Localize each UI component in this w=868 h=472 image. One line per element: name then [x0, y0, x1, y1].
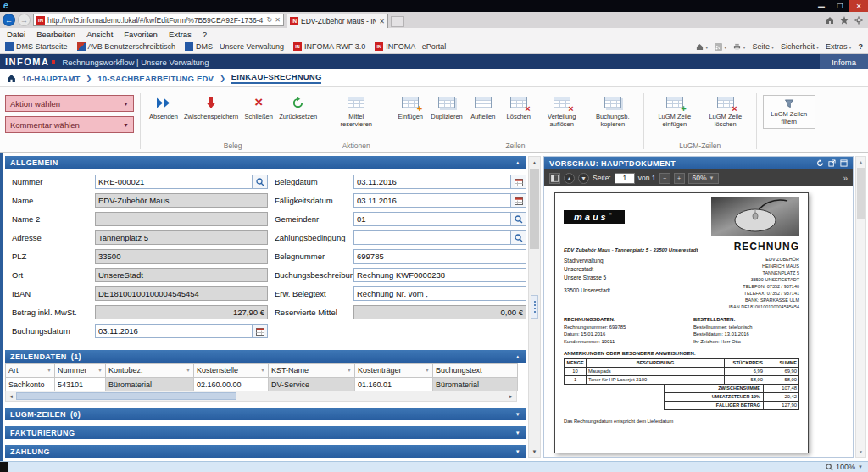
favorites-star-icon[interactable]: [840, 16, 849, 25]
address-bar[interactable]: IN http://rwf3.infomademo.lokal/#/kwfEdi…: [33, 14, 284, 26]
refresh-icon[interactable]: [816, 159, 824, 167]
calendar-button[interactable]: [511, 175, 526, 189]
zoom-in-button[interactable]: +: [674, 173, 685, 184]
menu-datei[interactable]: Datei: [7, 30, 25, 39]
scroll-down-icon[interactable]: ▼: [529, 446, 540, 457]
lookup-button[interactable]: [253, 175, 268, 189]
belegdatum-input[interactable]: [353, 175, 511, 189]
column-kontobez[interactable]: Kontobez.▼: [106, 364, 194, 378]
maximize-panel-icon[interactable]: [840, 159, 848, 167]
forward-button[interactable]: →: [18, 14, 31, 26]
pdf-viewport[interactable]: maus® EDV Zubehör Maus - Tannenplatz 5 -…: [544, 186, 853, 457]
more-tools-icon[interactable]: »: [843, 174, 848, 183]
gemeindenr-input[interactable]: [353, 212, 511, 226]
buchungsdatum-input[interactable]: [95, 324, 253, 338]
tab-close-icon[interactable]: ✕: [379, 18, 385, 25]
menu-favoriten[interactable]: Favoriten: [124, 30, 158, 39]
help-command[interactable]: ?: [859, 42, 864, 51]
zahlungsbedingung-input[interactable]: [353, 230, 511, 245]
buchungsb-kopieren-button[interactable]: Buchungsb. kopieren: [588, 91, 637, 128]
new-tab-button[interactable]: [391, 16, 404, 27]
scrollbar-thumb[interactable]: [530, 169, 539, 249]
lookup-button[interactable]: [511, 212, 526, 226]
collapse-down-icon[interactable]: ▼: [515, 412, 520, 417]
collapse-up-icon[interactable]: ▲: [515, 160, 520, 165]
einfuegen-button[interactable]: + Einfügen: [393, 91, 427, 120]
print-command[interactable]: ▾: [733, 43, 745, 51]
zoom-level[interactable]: 100%: [836, 463, 855, 471]
close-button[interactable]: ✕: [849, 0, 868, 12]
collapse-up-icon[interactable]: ▲: [515, 354, 520, 359]
breadcrumb-home-icon[interactable]: [7, 74, 16, 83]
horizontal-scrollbar[interactable]: ◄ ►: [5, 391, 517, 402]
browser-tab[interactable]: IN EDV-Zubehör Maus - INFO... ✕: [287, 14, 388, 28]
page-command[interactable]: Seite▾: [752, 42, 774, 51]
favorite-dms-verwaltung[interactable]: DMS - Unsere Verwaltung: [185, 42, 284, 51]
account-button[interactable]: Infoma: [820, 54, 868, 69]
duplizieren-button[interactable]: Duplizieren: [429, 91, 465, 120]
minimize-button[interactable]: ▬: [812, 0, 831, 12]
cell-nummer[interactable]: 543101: [55, 378, 106, 391]
section-header-zeilendaten[interactable]: ZEILENDATEN (1) ▲: [5, 350, 526, 363]
scrollbar-thumb[interactable]: [857, 168, 865, 219]
calendar-button[interactable]: [511, 193, 526, 208]
scroll-up-icon[interactable]: ▲: [529, 157, 540, 168]
feeds-command[interactable]: ▾: [715, 43, 726, 51]
aktion-select[interactable]: Aktion wählen▼: [5, 95, 134, 112]
column-nummer[interactable]: Nummer▼: [55, 364, 106, 378]
page-down-button[interactable]: ▼: [578, 173, 589, 184]
refresh-icon[interactable]: ↻: [267, 16, 273, 24]
column-buchungstext[interactable]: Buchungstext: [433, 364, 518, 378]
section-header-lugm[interactable]: LUGM-ZEILEN (0) ▼: [5, 408, 526, 420]
zwischenspeichern-button[interactable]: Zwischenspeichern: [182, 91, 240, 120]
kommentar-select[interactable]: Kommentar wählen▼: [5, 116, 134, 133]
maximize-button[interactable]: ❐: [831, 0, 849, 12]
zuruecksetzen-button[interactable]: Zurücksetzen: [277, 91, 319, 120]
section-header-zahlung[interactable]: ZAHLUNG ▼: [5, 445, 526, 458]
gear-icon[interactable]: [854, 16, 863, 25]
favorite-infoma-eportal[interactable]: ININFOMA - ePortal: [375, 42, 446, 51]
zoom-magnifier-icon[interactable]: [826, 464, 833, 471]
scroll-left-icon[interactable]: ◄: [6, 391, 16, 401]
scroll-right-icon[interactable]: ►: [506, 391, 516, 401]
belegnummer-input[interactable]: [353, 249, 526, 264]
scrollbar-thumb[interactable]: [16, 392, 236, 400]
loeschen-button[interactable]: × Löschen: [502, 91, 536, 120]
column-kostenstelle[interactable]: Kostenstelle▼: [194, 364, 269, 378]
schliessen-button[interactable]: × Schließen: [242, 91, 275, 120]
lugm-loeschen-button[interactable]: × LuGM Zeile löschen: [701, 91, 750, 128]
zoom-select[interactable]: 60%▼: [688, 173, 719, 184]
erw-belegtext-input[interactable]: [353, 286, 526, 301]
favorite-infoma-rwf[interactable]: ININFOMA RWF 3.0: [293, 42, 365, 51]
menu-hilfe[interactable]: ?: [203, 30, 207, 39]
page-number-input[interactable]: [615, 173, 635, 184]
cell-kostenstelle[interactable]: 02.160.00.00: [194, 378, 269, 391]
mittel-reservieren-button[interactable]: Mittel reservieren: [331, 91, 381, 128]
cell-art[interactable]: Sachkonto: [6, 378, 55, 391]
favorite-avb[interactable]: AVB Benutzerschreibtisch: [77, 42, 175, 51]
page-up-button[interactable]: ▲: [564, 173, 575, 184]
breadcrumb-item-sachbearbeitung[interactable]: 10-SACHBEARBEITUNG EDV: [97, 74, 214, 83]
section-header-fakturierung[interactable]: FAKTURIERUNG ▼: [5, 426, 526, 439]
popout-icon[interactable]: [828, 159, 836, 167]
scroll-up-icon[interactable]: ▲: [856, 157, 865, 167]
collapse-down-icon[interactable]: ▼: [515, 430, 520, 436]
preview-header[interactable]: VORSCHAU: HAUPTDOKUMENT: [544, 157, 853, 169]
column-kst-name[interactable]: KST-Name▼: [269, 364, 355, 378]
lugm-einfuegen-button[interactable]: + LuGM Zeile einfügen: [650, 91, 699, 128]
nummer-input[interactable]: [95, 175, 253, 189]
home-icon[interactable]: [826, 16, 834, 25]
faelligkeitsdatum-input[interactable]: [353, 193, 511, 208]
calendar-button[interactable]: [253, 324, 268, 338]
verteilung-aufloesen-button[interactable]: × Verteilung auflösen: [537, 91, 587, 128]
thumbnails-panel-icon[interactable]: [549, 173, 560, 184]
favorite-dms-startseite[interactable]: DMS Startseite: [5, 42, 68, 51]
breadcrumb-item-einkaufsrechnung[interactable]: EINKAUFSRECHNUNG: [231, 72, 322, 84]
absenden-button[interactable]: Absenden: [147, 91, 181, 120]
table-row[interactable]: Sachkonto 543101 Büromaterial 02.160.00.…: [6, 378, 518, 391]
collapse-down-icon[interactable]: ▼: [515, 449, 520, 454]
cell-kostentraeger[interactable]: 01.160.01: [355, 378, 433, 391]
column-art[interactable]: Art▼: [6, 364, 55, 378]
lookup-button[interactable]: [511, 230, 526, 245]
menu-bearbeiten[interactable]: Bearbeiten: [36, 30, 75, 39]
